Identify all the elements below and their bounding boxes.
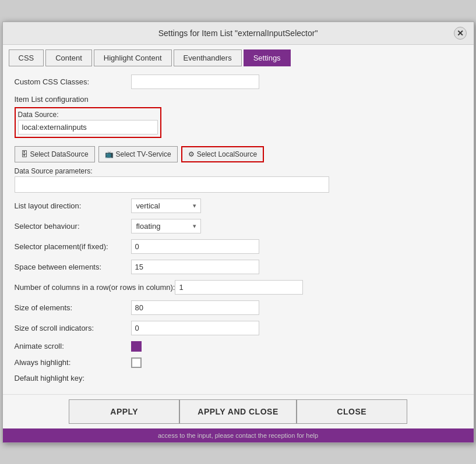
close-button[interactable]: CLOSE: [297, 399, 407, 424]
dialog-title: Settings for Item List "externalInputSel…: [23, 29, 454, 38]
list-layout-select-wrapper: vertical horizontal: [131, 199, 201, 213]
data-source-params-row: Data Source parameters:: [15, 167, 462, 193]
select-tvservice-button[interactable]: 📺 Select TV-Service: [98, 146, 178, 162]
data-source-label: Data Source:: [18, 111, 158, 119]
num-columns-input[interactable]: [175, 280, 303, 295]
select-datasource-button[interactable]: 🗄 Select DataSource: [15, 146, 95, 162]
bottom-bar: access to the input, please contact the …: [3, 428, 474, 442]
custom-css-row: Custom CSS Classes:: [15, 75, 462, 89]
space-between-row: Space between elements:: [15, 260, 462, 274]
always-highlight-row: Always highlight:: [15, 357, 462, 368]
item-list-config-label: Item List configuration: [15, 95, 462, 104]
selector-behaviour-label: Selector behaviour:: [15, 222, 131, 231]
size-scroll-label: Size of scroll indicators:: [15, 324, 131, 332]
size-elements-label: Size of elements:: [15, 303, 131, 312]
space-between-label: Space between elements:: [15, 263, 131, 271]
custom-css-input[interactable]: [131, 75, 259, 89]
tab-css[interactable]: CSS: [9, 49, 44, 66]
tab-highlight-content[interactable]: Highlight Content: [94, 49, 172, 66]
default-highlight-key-row: Default highlight key:: [15, 374, 462, 382]
bottom-bar-text: access to the input, please contact the …: [158, 432, 318, 439]
gear-icon: ⚙: [188, 150, 195, 158]
selector-placement-row: Selector placement(if fixed):: [15, 239, 462, 254]
apply-and-close-button[interactable]: APPLY AND CLOSE: [179, 399, 296, 424]
title-bar: Settings for Item List "externalInputSel…: [3, 22, 474, 45]
dialog-body: Custom CSS Classes: Item List configurat…: [3, 66, 474, 394]
always-highlight-label: Always highlight:: [15, 358, 131, 367]
num-columns-row: Number of columns in a row(or rows in co…: [15, 280, 462, 295]
animate-scroll-label: Animate scroll:: [15, 342, 131, 350]
select-localsource-button[interactable]: ⚙ Select LocalSource: [181, 146, 264, 162]
size-scroll-input[interactable]: [131, 321, 259, 335]
tab-settings[interactable]: Settings: [244, 49, 291, 66]
space-between-input[interactable]: [131, 260, 259, 274]
dialog-footer: APPLY APPLY AND CLOSE CLOSE: [3, 394, 474, 428]
list-layout-label: List layout direction:: [15, 201, 131, 210]
list-layout-row: List layout direction: vertical horizont…: [15, 199, 462, 213]
selector-placement-label: Selector placement(if fixed):: [15, 242, 131, 251]
size-elements-row: Size of elements:: [15, 300, 462, 315]
selector-behaviour-select[interactable]: floating fixed: [131, 219, 201, 233]
tab-eventhandlers[interactable]: Eventhandlers: [174, 49, 242, 66]
data-source-box: Data Source:: [15, 107, 161, 138]
list-layout-select[interactable]: vertical horizontal: [131, 199, 201, 213]
selector-behaviour-select-wrapper: floating fixed: [131, 219, 201, 233]
size-scroll-row: Size of scroll indicators:: [15, 321, 462, 335]
close-x-button[interactable]: ✕: [454, 27, 467, 40]
custom-css-label: Custom CSS Classes:: [15, 77, 131, 86]
tab-content[interactable]: Content: [45, 49, 92, 66]
animate-scroll-row: Animate scroll:: [15, 341, 462, 352]
num-columns-label: Number of columns in a row(or rows in co…: [15, 283, 175, 292]
selector-placement-input[interactable]: [131, 239, 259, 254]
tab-bar: CSS Content Highlight Content Eventhandl…: [3, 45, 474, 66]
apply-button[interactable]: APPLY: [69, 399, 179, 424]
database-icon: 🗄: [21, 150, 28, 158]
data-source-params-label: Data Source parameters:: [15, 167, 462, 175]
animate-scroll-checkbox[interactable]: [131, 341, 142, 352]
selector-behaviour-row: Selector behaviour: floating fixed: [15, 219, 462, 233]
always-highlight-checkbox[interactable]: [131, 357, 142, 368]
default-highlight-key-label: Default highlight key:: [15, 374, 131, 382]
data-source-params-input[interactable]: [15, 176, 329, 193]
data-source-input[interactable]: [18, 120, 158, 134]
data-source-section: Data Source:: [15, 107, 462, 141]
datasource-buttons-row: 🗄 Select DataSource 📺 Select TV-Service …: [15, 146, 462, 162]
tv-icon: 📺: [105, 150, 114, 158]
size-elements-input[interactable]: [131, 300, 259, 315]
dialog: Settings for Item List "externalInputSel…: [2, 22, 474, 443]
